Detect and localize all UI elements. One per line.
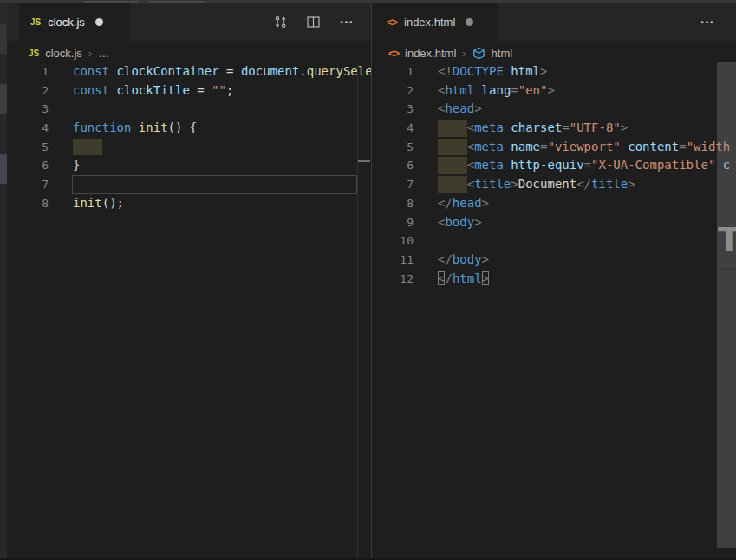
strip-seam [717, 269, 736, 270]
code-token: "X-UA-Compatible" [591, 158, 715, 172]
code-line[interactable]: 1const clockContainer = document.querySe… [7, 62, 371, 81]
breadcrumb-separator: › [88, 47, 92, 60]
indent-highlight [438, 120, 467, 137]
code-line[interactable]: 3 [7, 100, 371, 119]
breadcrumb-symbol[interactable]: … [98, 47, 109, 60]
code-token: meta [474, 158, 504, 172]
code-token: > [621, 120, 628, 134]
code-token: (); [102, 196, 124, 210]
code-line[interactable]: 7 <title>Document</title> [372, 175, 736, 194]
code-token: Document [518, 177, 576, 191]
line-number[interactable]: 8 [372, 194, 414, 213]
line-number[interactable]: 4 [372, 119, 414, 138]
line-number[interactable]: 6 [372, 156, 414, 175]
code-token: <! [438, 64, 453, 78]
code-token: = [219, 64, 241, 78]
compare-changes-icon[interactable] [273, 15, 288, 29]
editor-group-right: <> index.html <> index.html › html 1 [372, 3, 736, 560]
line-number[interactable]: 10 [372, 231, 414, 251]
code-line[interactable]: 9<body> [372, 213, 736, 232]
code-token: ; [226, 83, 233, 97]
line-number[interactable]: 1 [372, 62, 414, 81]
code-line[interactable]: 2const clockTitle = ""; [7, 81, 371, 101]
code-area-index-html[interactable]: 1<!DOCTYPE html>2<html lang="en">3<head>… [372, 62, 736, 288]
line-number[interactable]: 9 [372, 213, 414, 232]
code-token: const [73, 83, 117, 97]
code-token: DOCTYPE [453, 64, 504, 78]
line-number[interactable]: 6 [7, 156, 49, 175]
js-file-icon: JS [30, 17, 41, 27]
code-line[interactable]: 12</html> [372, 270, 736, 289]
breadcrumb-file[interactable]: index.html [405, 47, 456, 60]
code-token: > [482, 271, 489, 285]
code-line[interactable]: 7 [7, 175, 371, 194]
more-actions-icon[interactable] [700, 15, 714, 29]
code-line[interactable]: 6} [7, 156, 371, 175]
code-line[interactable]: 5 <meta name="viewport" content="width [372, 138, 736, 157]
code-token: body [445, 215, 474, 229]
code-token: < [467, 120, 474, 134]
js-file-icon: JS [29, 49, 39, 58]
scrollbar-strip[interactable] [717, 62, 736, 548]
current-line-border [72, 175, 357, 194]
code-line[interactable]: 2<html lang="en"> [372, 81, 736, 101]
breadcrumb-symbol[interactable]: html [492, 47, 513, 60]
breadcrumb-file[interactable]: clock.js [45, 47, 82, 60]
code-token: "" [212, 83, 226, 97]
code-token: > [511, 177, 518, 191]
code-token: title [591, 177, 628, 191]
breadcrumb-separator: › [462, 47, 466, 60]
background-glyph: T [718, 222, 736, 257]
code-token [621, 140, 628, 153]
tab-index-html[interactable]: <> index.html [372, 3, 498, 41]
code-line[interactable]: 11</body> [372, 251, 736, 270]
tab-clock-js[interactable]: JS clock.js [19, 3, 130, 41]
code-line[interactable]: 6 <meta http-equiv="X-UA-Compatible" c [372, 156, 736, 175]
line-number[interactable]: 5 [372, 138, 414, 157]
code-token: http-equiv [511, 158, 583, 172]
code-line[interactable]: 5 [7, 138, 371, 157]
code-token: "en" [518, 83, 548, 97]
line-number[interactable]: 5 [7, 138, 49, 157]
line-number[interactable]: 11 [372, 251, 414, 270]
modified-indicator[interactable] [466, 18, 473, 26]
code-line[interactable]: 8init(); [7, 194, 371, 213]
code-token: > [474, 101, 481, 115]
code-token: html [445, 83, 474, 97]
code-token: charset [511, 120, 562, 134]
line-number[interactable]: 12 [372, 270, 414, 289]
code-token: html [511, 64, 540, 78]
code-line[interactable]: 3<head> [372, 100, 736, 119]
html-file-icon: <> [388, 48, 399, 60]
activity-bar-sliver [0, 3, 7, 560]
line-number[interactable]: 8 [7, 194, 49, 213]
line-number[interactable]: 3 [7, 100, 49, 119]
modified-indicator[interactable] [95, 18, 103, 26]
code-line[interactable]: 8</head> [372, 194, 736, 213]
line-number[interactable]: 7 [372, 175, 414, 194]
code-token: const [73, 64, 117, 78]
code-line[interactable]: 4function init() { [7, 119, 371, 138]
more-actions-icon[interactable] [339, 15, 354, 29]
code-token: = [562, 120, 569, 134]
line-number[interactable]: 2 [372, 81, 414, 101]
line-number[interactable]: 1 [7, 62, 49, 81]
line-number[interactable]: 7 [7, 175, 49, 194]
code-area-clock-js[interactable]: 1const clockContainer = document.querySe… [7, 62, 371, 213]
line-number[interactable]: 2 [7, 81, 49, 101]
editor-group-divider[interactable] [371, 3, 372, 560]
code-token: meta [474, 140, 504, 153]
code-token: head [445, 101, 474, 115]
editor-actions-right [700, 3, 714, 41]
line-number[interactable]: 3 [372, 100, 414, 119]
code-line[interactable]: 4 <meta charset="UTF-8"> [372, 119, 736, 138]
code-token: > [628, 177, 635, 191]
split-editor-icon[interactable] [306, 15, 321, 29]
code-token: . [299, 64, 306, 78]
code-line[interactable]: 1<!DOCTYPE html> [372, 62, 736, 81]
activity-icon-fragment [0, 24, 7, 54]
code-token: name [511, 140, 540, 153]
code-token: < [467, 140, 474, 153]
line-number[interactable]: 4 [7, 119, 49, 138]
code-line[interactable]: 10 [372, 231, 736, 251]
